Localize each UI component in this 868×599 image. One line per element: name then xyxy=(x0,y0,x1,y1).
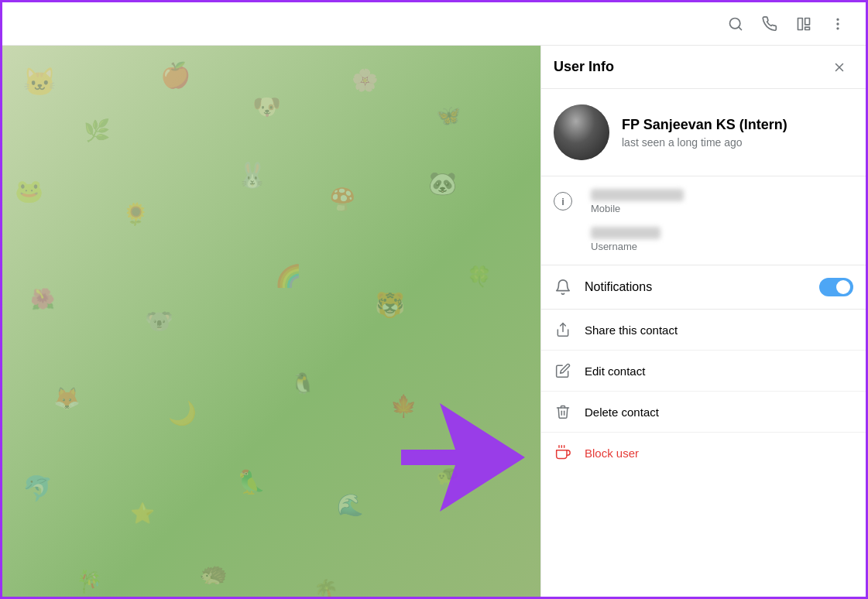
svg-text:🦔: 🦔 xyxy=(199,560,228,587)
header-icon-group xyxy=(720,9,853,39)
contact-fields: Mobile Username xyxy=(591,189,853,252)
app-container: 🐱 🌿 🍎 🐶 🌸 🦋 🐸 🌻 🐰 🍄 🐼 🌺 🐨 🌈 🐯 🍀 🦊 🌙 🐧 xyxy=(2,2,866,597)
svg-text:🐰: 🐰 xyxy=(237,160,268,190)
svg-text:🐼: 🐼 xyxy=(428,169,458,197)
username-label: Username xyxy=(591,241,853,252)
layout-button[interactable] xyxy=(788,9,819,39)
svg-text:🦋: 🦋 xyxy=(436,104,461,128)
svg-text:🌸: 🌸 xyxy=(352,67,379,93)
block-user-item[interactable]: Block user xyxy=(541,433,866,473)
edit-icon xyxy=(554,361,572,380)
svg-text:⭐: ⭐ xyxy=(130,501,156,525)
avatar-image xyxy=(554,104,609,160)
notifications-label: Notifications xyxy=(585,280,652,294)
delete-contact-label: Delete contact xyxy=(585,406,659,419)
svg-line-1 xyxy=(739,26,742,29)
mobile-value-blurred xyxy=(591,189,684,201)
notifications-left: Notifications xyxy=(554,278,652,296)
svg-text:🐬: 🐬 xyxy=(22,474,53,503)
info-icon-container: i xyxy=(554,189,582,217)
svg-text:🐱: 🐱 xyxy=(22,66,57,98)
block-user-label: Block user xyxy=(585,447,639,460)
profile-section: FP Sanjeevan KS (Intern) last seen a lon… xyxy=(541,89,866,176)
arrow-indicator xyxy=(393,395,533,519)
block-icon xyxy=(554,443,572,462)
more-button[interactable] xyxy=(822,9,853,39)
svg-text:🌙: 🌙 xyxy=(168,399,197,427)
chat-area: 🐱 🌿 🍎 🐶 🌸 🦋 🐸 🌻 🐰 🍄 🐼 🌺 🐨 🌈 🐯 🍀 🦊 🌙 🐧 xyxy=(2,46,540,597)
profile-name: FP Sanjeevan KS (Intern) xyxy=(622,117,787,133)
notification-bell-icon xyxy=(554,279,571,296)
svg-text:🌈: 🌈 xyxy=(275,263,302,289)
svg-point-6 xyxy=(837,23,839,25)
avatar xyxy=(554,104,609,160)
svg-text:🍄: 🍄 xyxy=(329,187,356,212)
action-list: Share this contact Edit contact xyxy=(541,310,866,473)
delete-icon xyxy=(554,402,572,421)
svg-text:🐨: 🐨 xyxy=(145,307,174,335)
user-info-panel: User Info FP Sanjeevan KS (Intern) last … xyxy=(540,46,866,597)
profile-info: FP Sanjeevan KS (Intern) last seen a lon… xyxy=(622,117,787,149)
panel-close-button[interactable] xyxy=(825,53,853,81)
svg-text:🦜: 🦜 xyxy=(237,468,266,496)
svg-marker-36 xyxy=(401,403,525,512)
username-field: Username xyxy=(591,227,853,252)
svg-text:🦊: 🦊 xyxy=(53,385,81,411)
bell-icon xyxy=(554,278,572,296)
main-content: 🐱 🌿 🍎 🐶 🌸 🦋 🐸 🌻 🐰 🍄 🐼 🌺 🐨 🌈 🐯 🍀 🦊 🌙 🐧 xyxy=(2,46,866,597)
svg-text:🌺: 🌺 xyxy=(30,287,56,311)
search-button[interactable] xyxy=(720,9,751,39)
share-icon xyxy=(554,320,572,339)
username-value-blurred xyxy=(591,227,660,239)
svg-rect-2 xyxy=(798,18,803,29)
svg-text:🍎: 🍎 xyxy=(160,60,191,90)
edit-contact-item[interactable]: Edit contact xyxy=(541,351,866,392)
svg-text:🌻: 🌻 xyxy=(122,201,149,227)
contact-details-section: i Mobile Username xyxy=(541,176,866,265)
search-icon xyxy=(728,16,743,32)
toggle-slider xyxy=(819,278,853,296)
svg-text:🌿: 🌿 xyxy=(84,118,111,143)
svg-text:🌴: 🌴 xyxy=(314,578,339,597)
phone-icon xyxy=(762,16,777,32)
notifications-section: Notifications xyxy=(541,265,866,310)
share-contact-label: Share this contact xyxy=(585,323,678,337)
layout-icon xyxy=(796,16,811,32)
svg-rect-3 xyxy=(805,18,810,24)
mobile-label: Mobile xyxy=(591,203,853,214)
svg-text:🐧: 🐧 xyxy=(290,371,316,395)
panel-title: User Info xyxy=(554,59,614,75)
svg-text:🎋: 🎋 xyxy=(76,569,103,594)
notifications-toggle[interactable] xyxy=(819,278,853,296)
edit-contact-label: Edit contact xyxy=(585,365,645,378)
svg-text:🐯: 🐯 xyxy=(375,290,406,320)
more-icon xyxy=(830,16,846,32)
profile-status: last seen a long time ago xyxy=(622,136,787,149)
svg-rect-4 xyxy=(805,27,810,29)
info-icon: i xyxy=(554,192,572,211)
mobile-field: Mobile xyxy=(591,189,853,214)
svg-text:🐶: 🐶 xyxy=(252,93,282,121)
toolbar-header xyxy=(2,2,866,46)
share-contact-item[interactable]: Share this contact xyxy=(541,310,866,351)
panel-header: User Info xyxy=(541,46,866,89)
svg-point-5 xyxy=(837,19,839,20)
close-icon xyxy=(832,60,846,74)
delete-contact-item[interactable]: Delete contact xyxy=(541,392,866,433)
phone-button[interactable] xyxy=(754,9,785,39)
svg-text:🍀: 🍀 xyxy=(467,265,492,289)
svg-text:🌊: 🌊 xyxy=(337,492,364,518)
svg-text:🐸: 🐸 xyxy=(15,177,44,205)
svg-point-7 xyxy=(837,28,839,29)
